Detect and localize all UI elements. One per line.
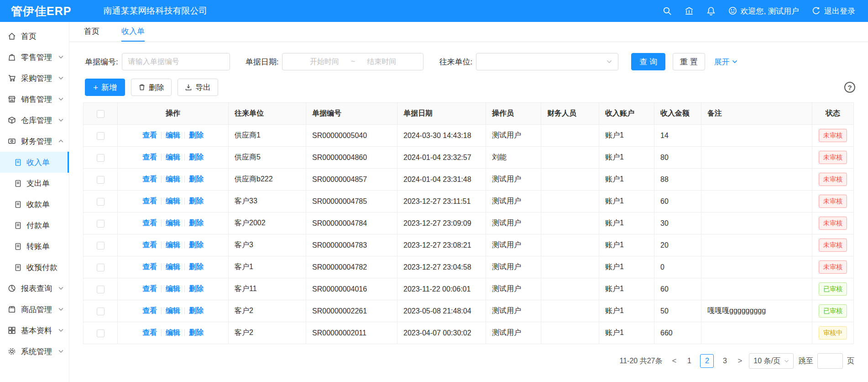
submenu-item-advance-receipt[interactable]: 收预付款: [0, 257, 69, 278]
row-action-delete[interactable]: 删除: [189, 153, 204, 161]
jump-page-input[interactable]: [817, 353, 843, 369]
chevron-down-icon: [58, 329, 63, 332]
column-header-status: 状态: [812, 103, 854, 125]
row-action-view[interactable]: 查看: [142, 241, 157, 249]
page-button-3[interactable]: 3: [719, 357, 731, 365]
row-action-delete[interactable]: 删除: [189, 197, 204, 205]
row-action-delete[interactable]: 删除: [189, 329, 204, 336]
row-action-delete[interactable]: 删除: [189, 175, 204, 183]
sidebar-item-goods[interactable]: 商品管理: [0, 299, 69, 320]
row-action-view[interactable]: 查看: [142, 219, 157, 227]
logout-text: 退出登录: [824, 6, 855, 16]
tab-home[interactable]: 首页: [84, 22, 99, 42]
sidebar-item-sales[interactable]: 销售管理: [0, 89, 69, 110]
row-action-edit[interactable]: 编辑: [166, 241, 180, 249]
logout-button[interactable]: 退出登录: [812, 6, 855, 16]
chevron-down-icon: [58, 308, 63, 311]
sidebar-item-reports[interactable]: 报表查询: [0, 278, 69, 299]
bank-icon[interactable]: [685, 6, 694, 16]
row-checkbox[interactable]: [97, 286, 105, 293]
reset-button[interactable]: 重 置: [673, 53, 705, 70]
date-range-picker[interactable]: 开始时间 ~ 结束时间: [282, 53, 424, 70]
row-action-edit[interactable]: 编辑: [166, 219, 180, 227]
row-action-view[interactable]: 查看: [142, 153, 157, 161]
row-action-delete[interactable]: 删除: [189, 263, 204, 271]
row-action-delete[interactable]: 删除: [189, 219, 204, 227]
row-checkbox[interactable]: [97, 329, 105, 337]
page-button-2-current[interactable]: 2: [700, 354, 714, 368]
page-button-1[interactable]: 1: [683, 357, 695, 365]
tab-income-bill[interactable]: 收入单: [121, 22, 145, 42]
prev-page-button[interactable]: <: [670, 356, 678, 366]
row-action-edit[interactable]: 编辑: [166, 197, 180, 205]
user-welcome[interactable]: 欢迎您, 测试用户: [728, 6, 799, 16]
cell-amount: 80: [654, 147, 701, 169]
row-action-view[interactable]: 查看: [142, 329, 157, 336]
row-action-delete[interactable]: 删除: [189, 131, 204, 139]
income-bill-table: 操作 往来单位 单据编号 单据日期 操作员 财务人员 收入账户 收入金额 备注 …: [83, 102, 854, 344]
page-size-select[interactable]: 10 条/页: [749, 353, 794, 369]
sidebar-item-basic-data[interactable]: 基本资料: [0, 320, 69, 341]
row-action-edit[interactable]: 编辑: [166, 263, 180, 271]
row-checkbox[interactable]: [97, 264, 105, 271]
row-action-edit[interactable]: 编辑: [166, 285, 180, 292]
bill-no-input[interactable]: [122, 53, 230, 70]
app-logo: 管伊佳ERP: [11, 4, 71, 19]
row-action-view[interactable]: 查看: [142, 307, 157, 314]
action-separator: [161, 198, 162, 204]
help-icon[interactable]: ?: [844, 82, 855, 93]
row-checkbox[interactable]: [97, 154, 105, 162]
row-action-view[interactable]: 查看: [142, 285, 157, 292]
submenu-item-receipt-bill[interactable]: 收款单: [0, 194, 69, 215]
row-checkbox[interactable]: [97, 242, 105, 249]
sidebar-item-label: 仓库管理: [21, 115, 52, 126]
sidebar-item-label: 系统管理: [21, 346, 52, 357]
submenu-item-expense-bill[interactable]: 支出单: [0, 173, 69, 194]
search-icon[interactable]: [663, 6, 672, 16]
row-action-delete[interactable]: 删除: [189, 307, 204, 314]
sidebar-item-finance[interactable]: 财务管理: [0, 131, 69, 152]
row-checkbox[interactable]: [97, 308, 105, 315]
delete-button[interactable]: 删除: [131, 79, 172, 96]
row-action-delete[interactable]: 删除: [189, 241, 204, 249]
row-checkbox[interactable]: [97, 132, 105, 140]
sidebar-item-home[interactable]: 首页: [0, 26, 69, 47]
partner-select[interactable]: [476, 53, 618, 70]
row-action-delete[interactable]: 删除: [189, 285, 204, 292]
sidebar-item-system[interactable]: 系统管理: [0, 341, 69, 362]
row-action-edit[interactable]: 编辑: [166, 131, 180, 139]
purchase-icon: [8, 74, 16, 82]
expand-filters-link[interactable]: 展开: [714, 57, 737, 67]
row-action-view[interactable]: 查看: [142, 175, 157, 183]
submenu-item-income-bill[interactable]: 收入单: [0, 152, 69, 173]
jump-suffix-label: 页: [847, 356, 854, 366]
row-checkbox[interactable]: [97, 176, 105, 184]
export-button[interactable]: 导出: [178, 79, 218, 96]
row-checkbox[interactable]: [97, 198, 105, 206]
cell-bill-date: 2024-01-04 23:31:48: [397, 169, 486, 191]
action-separator: [184, 308, 185, 314]
row-action-edit[interactable]: 编辑: [166, 307, 180, 314]
select-all-checkbox[interactable]: [97, 110, 105, 118]
sidebar-item-warehouse[interactable]: 仓库管理: [0, 110, 69, 131]
add-button[interactable]: + 新增: [85, 79, 125, 96]
search-button[interactable]: 查 询: [631, 53, 665, 70]
sidebar-item-purchase[interactable]: 采购管理: [0, 68, 69, 89]
bell-icon[interactable]: [706, 6, 716, 16]
cell-partner: 客户2: [229, 322, 306, 344]
cell-remark: 嘎嘎嘎ggggggggg: [701, 300, 812, 322]
top-header: 管伊佳ERP 南通某某网络科技有限公司 欢迎您, 测试用户: [0, 0, 868, 22]
row-action-view[interactable]: 查看: [142, 131, 157, 139]
submenu-item-transfer-bill[interactable]: 转账单: [0, 236, 69, 257]
submenu-item-payment-bill[interactable]: 付款单: [0, 215, 69, 236]
row-action-edit[interactable]: 编辑: [166, 153, 180, 161]
row-action-view[interactable]: 查看: [142, 263, 157, 271]
row-checkbox[interactable]: [97, 220, 105, 228]
table-row: 查看编辑删除 客户33 SR00000004785 2023-12-27 23:…: [84, 191, 854, 212]
row-action-edit[interactable]: 编辑: [166, 329, 180, 336]
row-action-edit[interactable]: 编辑: [166, 175, 180, 183]
sidebar-item-retail[interactable]: 零售管理: [0, 47, 69, 68]
cell-bill-date: 2024-03-30 14:43:18: [397, 125, 486, 147]
next-page-button[interactable]: >: [736, 356, 744, 366]
row-action-view[interactable]: 查看: [142, 197, 157, 205]
